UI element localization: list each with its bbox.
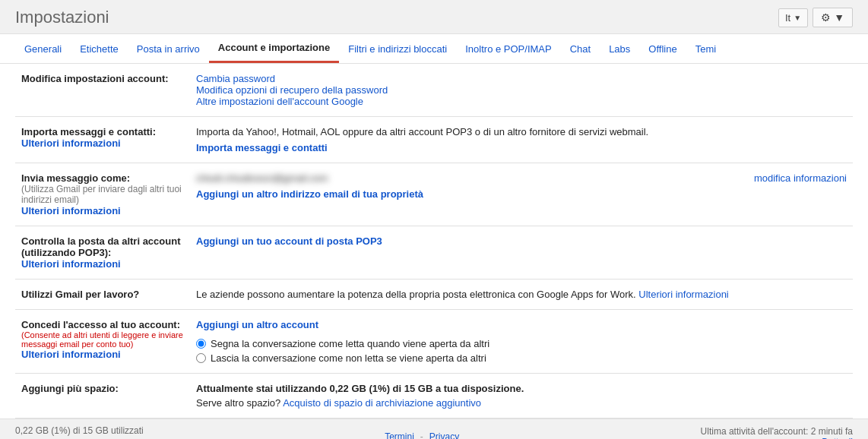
link-add-account[interactable]: Aggiungi un altro account <box>196 319 318 330</box>
tab-posta-in-arrivo[interactable]: Posta in arrivo <box>128 36 209 62</box>
settings-table: Modifica impostazioni account: Cambia pa… <box>15 64 853 418</box>
radio-item-mark-read[interactable]: Segna la conversazione come letta quando… <box>196 338 847 349</box>
radio-group: Segna la conversazione come letta quando… <box>196 338 847 364</box>
main-content: Modifica impostazioni account: Cambia pa… <box>0 64 868 418</box>
language-button[interactable]: It ▼ <box>778 8 808 27</box>
tab-labs[interactable]: Labs <box>600 36 639 62</box>
tab-account-importazione[interactable]: Account e importazione <box>209 34 339 63</box>
row-import-messages: Importa messaggi e contatti: Ulteriori i… <box>15 117 853 163</box>
link-import-info[interactable]: Ulteriori informazioni <box>21 137 121 149</box>
radio-keep-unread-label: Lascia la conversazione come non letta s… <box>211 352 486 364</box>
gmail-work-description: Le aziende possono aumentare la potenza … <box>196 289 636 300</box>
footer: 0,22 GB (1%) di 15 GB utilizzati Gestisc… <box>0 418 868 439</box>
import-messages-label: Importa messaggi e contatti: <box>21 126 184 137</box>
link-edit-info[interactable]: modifica informazioni <box>754 172 847 184</box>
row-send-as: Invia messaggio come: (Utilizza Gmail pe… <box>15 163 853 226</box>
send-as-sublabel1: (Utilizza Gmail per inviare dagli altri … <box>21 184 184 205</box>
link-terms[interactable]: Termini <box>385 431 414 439</box>
row-account-settings: Modifica impostazioni account: Cambia pa… <box>15 64 853 117</box>
top-controls: It ▼ ⚙ ▼ <box>778 8 853 27</box>
radio-item-keep-unread[interactable]: Lascia la conversazione come non letta s… <box>196 352 847 364</box>
footer-center: Termini - Privacy <box>385 431 459 439</box>
gmail-work-label: Utilizzi Gmail per lavoro? <box>21 289 139 300</box>
language-label: It <box>785 12 790 24</box>
radio-mark-read-label: Segna la conversazione come letta quando… <box>211 338 489 349</box>
link-send-as-info[interactable]: Ulteriori informazioni <box>21 205 121 216</box>
chevron-down-icon: ▼ <box>794 14 801 22</box>
tab-filtri[interactable]: Filtri e indirizzi bloccati <box>339 36 456 62</box>
link-buy-storage[interactable]: Acquisto di spazio di archiviazione aggi… <box>283 397 481 409</box>
check-mail-label: Controlla la posta da altri account (uti… <box>21 235 184 258</box>
link-gmail-work-info[interactable]: Ulteriori informazioni <box>638 289 728 300</box>
settings-gear-button[interactable]: ⚙ ▼ <box>813 8 853 27</box>
link-importa-messaggi[interactable]: Importa messaggi e contatti <box>196 142 328 153</box>
footer-left: 0,22 GB (1%) di 15 GB utilizzati Gestisc… <box>15 425 144 439</box>
tab-offline[interactable]: Offline <box>639 36 686 62</box>
link-grant-access-info[interactable]: Ulteriori informazioni <box>21 349 121 360</box>
radio-keep-unread[interactable] <box>196 353 206 363</box>
radio-mark-read[interactable] <box>196 339 206 349</box>
import-description: Importa da Yahoo!, Hotmail, AOL oppure d… <box>196 126 847 137</box>
storage-sub-row: Serve altro spazio? Acquisto di spazio d… <box>196 397 847 409</box>
send-as-label: Invia messaggio come: <box>21 172 184 184</box>
top-bar: Impostazioni It ▼ ⚙ ▼ <box>0 0 868 34</box>
page-title: Impostazioni <box>15 8 109 27</box>
row-add-space: Aggiungi più spazio: Attualmente stai ut… <box>15 374 853 418</box>
add-space-label: Aggiungi più spazio: <box>21 383 119 394</box>
last-activity: Ultima attività dell'account: 2 minuti f… <box>701 426 853 437</box>
link-privacy[interactable]: Privacy <box>429 431 459 439</box>
storage-info: 0,22 GB (1%) di 15 GB utilizzati <box>15 425 144 436</box>
email-row: chiudi.chiudicesci@gmail.com Aggiungi un… <box>196 172 847 200</box>
row-gmail-work: Utilizzi Gmail per lavoro? Le aziende po… <box>15 280 853 310</box>
footer-right: Ultima attività dell'account: 2 minuti f… <box>701 426 853 439</box>
tab-temi[interactable]: Temi <box>686 36 725 62</box>
tab-inoltro-pop-imap[interactable]: Inoltro e POP/IMAP <box>456 36 560 62</box>
link-add-email[interactable]: Aggiungi un altro indirizzo email di tua… <box>196 188 423 200</box>
gear-icon: ⚙ <box>821 11 831 24</box>
link-modifica-recupero[interactable]: Modifica opzioni di recupero della passw… <box>196 84 388 96</box>
grant-access-red-label: (Consente ad altri utenti di leggere e i… <box>21 330 184 349</box>
link-cambia-password[interactable]: Cambia password <box>196 73 275 84</box>
account-settings-label: Modifica impostazioni account: <box>21 73 169 84</box>
row-check-mail: Controlla la posta da altri account (uti… <box>15 226 853 280</box>
storage-sub: Serve altro spazio? <box>196 397 280 409</box>
footer-divider: - <box>420 431 423 439</box>
storage-text: Attualmente stai utilizzando 0,22 GB (1%… <box>196 383 847 394</box>
gear-chevron-icon: ▼ <box>834 11 844 24</box>
tab-etichette[interactable]: Etichette <box>71 36 128 62</box>
settings-nav: Generali Etichette Posta in arrivo Accou… <box>0 34 868 64</box>
tab-chat[interactable]: Chat <box>561 36 600 62</box>
email-address: chiudi.chiudicesci@gmail.com <box>196 172 328 184</box>
link-check-mail-info[interactable]: Ulteriori informazioni <box>21 258 121 270</box>
link-add-pop3[interactable]: Aggiungi un tuo account di posta POP3 <box>196 235 382 247</box>
link-altre-impostazioni[interactable]: Altre impostazioni dell'account Google <box>196 96 363 107</box>
tab-generali[interactable]: Generali <box>15 36 71 62</box>
grant-access-label: Concedi l'accesso al tuo account: <box>21 319 184 330</box>
row-grant-access: Concedi l'accesso al tuo account: (Conse… <box>15 310 853 374</box>
